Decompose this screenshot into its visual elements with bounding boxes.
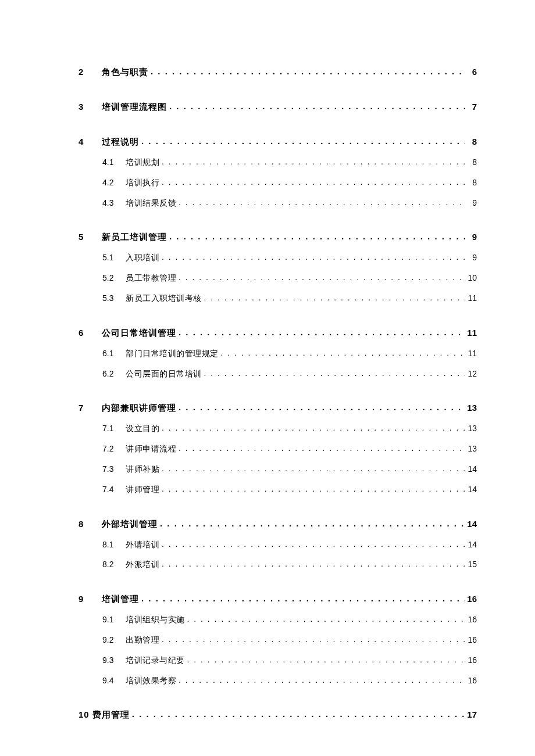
toc-page-number: 9: [465, 198, 477, 208]
toc-title: 培训规划: [126, 157, 159, 167]
toc-page-number: 6: [465, 67, 477, 77]
toc-title: 培训效果考察: [126, 676, 176, 686]
toc-leader: [159, 484, 465, 494]
toc-title: 入职培训: [126, 253, 159, 263]
toc-leader: [159, 252, 465, 262]
toc-number: 5.1: [102, 253, 126, 263]
toc-title: 过程说明: [102, 137, 139, 147]
toc-page-number: 14: [465, 485, 477, 495]
toc-entry-level2: 8.2外派培训15: [79, 560, 477, 569]
toc-leader: [139, 593, 465, 604]
toc-page-number: 11: [465, 328, 477, 338]
toc-leader: [159, 177, 465, 187]
toc-section: 7内部兼职讲师管理137.1设立目的137.2讲师申请流程137.3讲师补贴14…: [79, 403, 477, 494]
toc-title: 角色与职责: [102, 67, 148, 77]
toc-number: 9: [79, 594, 102, 604]
toc-title: 新员工培训管理: [102, 232, 167, 242]
toc-leader: [176, 402, 465, 413]
toc-title: 讲师补贴: [126, 464, 159, 474]
toc-section: 6公司日常培训管理116.1部门日常培训的管理规定116.2公司层面的日常培训1…: [79, 328, 477, 379]
toc-page-number: 15: [465, 560, 477, 569]
toc-entry-level2: 9.3培训记录与纪要16: [79, 655, 477, 665]
toc-section: 3培训管理流程图7: [79, 102, 477, 112]
toc-number: 8: [79, 519, 102, 529]
toc-leader: [139, 136, 465, 146]
toc-page-number: 12: [465, 369, 477, 379]
toc-section: 8外部培训管理148.1外请培训148.2外派培训15: [79, 519, 477, 570]
toc-leader: [167, 231, 465, 242]
toc-title: 讲师申请流程: [126, 444, 176, 454]
toc-entry-level2: 4.3培训结果反馈9: [79, 198, 477, 208]
toc-entry-level1: 2角色与职责6: [79, 67, 477, 77]
toc-entry-level1: 4过程说明8: [79, 137, 477, 147]
toc-number: 5.2: [102, 273, 126, 283]
toc-page-number: 16: [465, 635, 477, 645]
toc-number: 4.1: [102, 157, 126, 167]
toc-title: 公司日常培训管理: [102, 328, 176, 338]
toc-entry-level2: 7.2讲师申请流程13: [79, 444, 477, 454]
toc-page-number: 8: [465, 157, 477, 167]
toc-title: 内部兼职讲师管理: [102, 403, 176, 413]
toc-number: 7.2: [102, 444, 126, 454]
toc-number: 7.4: [102, 485, 126, 495]
toc-page-number: 11: [465, 349, 477, 359]
toc-entry-level2: 4.2培训执行8: [79, 178, 477, 188]
toc-entry-level2: 7.3讲师补贴14: [79, 464, 477, 474]
toc-title: 培训管理: [102, 594, 139, 604]
toc-number: 9.1: [102, 615, 126, 625]
toc-number: 6.1: [102, 349, 126, 359]
toc-page-number: 16: [465, 655, 477, 665]
toc-page-number: 9: [465, 232, 477, 242]
toc-entry-level2: 6.1部门日常培训的管理规定11: [79, 349, 477, 359]
toc-page-number: 13: [465, 403, 477, 413]
toc-number: 4: [79, 137, 102, 147]
toc-title: 外部培训管理: [102, 519, 158, 529]
toc-section: 5新员工培训管理95.1入职培训95.2员工带教管理105.3新员工入职培训考核…: [79, 232, 477, 303]
toc-number: 8.1: [102, 540, 126, 550]
toc-leader: [159, 635, 465, 644]
toc-number: 7.1: [102, 424, 126, 433]
toc-number: 7.3: [102, 464, 126, 474]
toc-leader: [176, 675, 465, 685]
toc-entry-level2: 4.1培训规划8: [79, 157, 477, 167]
toc-leader: [158, 518, 465, 529]
toc-entry-level2: 5.1入职培训9: [79, 253, 477, 263]
toc-section: 2角色与职责6: [79, 67, 477, 77]
toc-number: 5: [79, 232, 102, 242]
toc-page-number: 14: [465, 519, 477, 529]
table-of-contents: 2角色与职责63培训管理流程图74过程说明84.1培训规划84.2培训执行84.…: [79, 67, 477, 720]
toc-title: 员工带教管理: [126, 273, 176, 283]
toc-number: 3: [79, 102, 102, 112]
toc-title: 公司层面的日常培训: [126, 369, 202, 379]
toc-page-number: 16: [465, 615, 477, 625]
toc-entry-level1: 5新员工培训管理9: [79, 232, 477, 242]
toc-title: 培训组织与实施: [126, 615, 185, 625]
toc-entry-level2: 6.2公司层面的日常培训12: [79, 369, 477, 379]
toc-page-number: 10: [465, 273, 477, 283]
toc-title: 设立目的: [126, 424, 159, 433]
toc-entry-level2: 9.4培训效果考察16: [79, 676, 477, 686]
toc-entry-level1: 9培训管理16: [79, 594, 477, 604]
toc-page-number: 13: [465, 424, 477, 433]
toc-page-number: 8: [465, 178, 477, 188]
toc-entry-level2: 9.1培训组织与实施16: [79, 615, 477, 625]
toc-leader: [176, 198, 465, 207]
toc-entry-level1: 6公司日常培训管理11: [79, 328, 477, 338]
toc-leader: [185, 614, 466, 624]
toc-entry-level2: 7.4讲师管理14: [79, 485, 477, 495]
toc-number: 9.3: [102, 655, 126, 665]
toc-title: 部门日常培训的管理规定: [126, 349, 219, 359]
toc-title: 培训结果反馈: [126, 198, 176, 208]
toc-leader: [176, 273, 465, 282]
toc-entry-level2: 8.1外请培训14: [79, 540, 477, 550]
toc-title: 10 费用管理: [79, 710, 130, 720]
toc-number: 9.4: [102, 676, 126, 686]
toc-title: 外派培训: [126, 560, 159, 569]
toc-title: 新员工入职培训考核: [126, 293, 202, 303]
toc-page-number: 7: [465, 102, 477, 112]
toc-page-number: 8: [465, 137, 477, 147]
toc-entry-level1: 8外部培训管理14: [79, 519, 477, 529]
toc-title: 讲师管理: [126, 485, 159, 495]
toc-leader: [219, 348, 466, 358]
toc-page-number: 16: [465, 594, 477, 604]
